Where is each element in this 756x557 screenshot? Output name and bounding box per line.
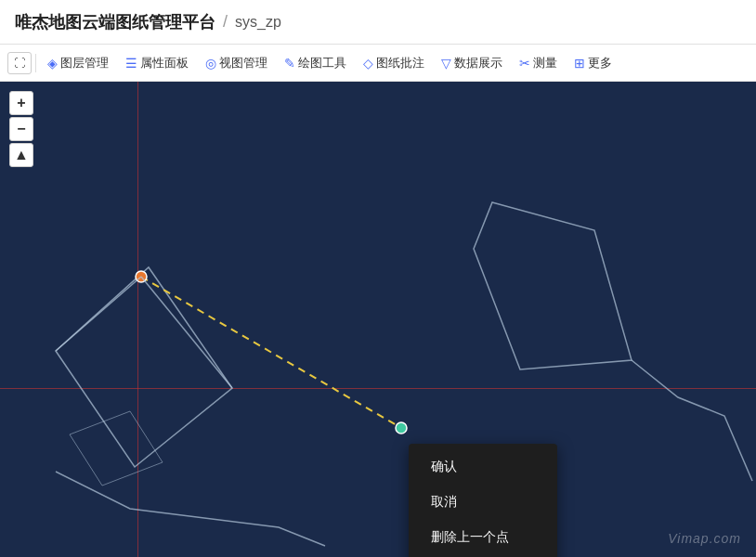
drawing-label: 绘图工具 bbox=[298, 55, 346, 71]
data-display-icon: ▽ bbox=[441, 56, 451, 71]
view-icon: ◎ bbox=[205, 56, 216, 71]
layer-icon: ◈ bbox=[47, 56, 58, 71]
layer-label: 图层管理 bbox=[60, 55, 109, 71]
toolbar: ⛶ ◈ 图层管理 ☰ 属性面板 ◎ 视图管理 ✎ 绘图工具 ◇ 图纸批注 ▽ 数… bbox=[0, 45, 756, 82]
header: 唯杰地图云端图纸管理平台 / sys_zp bbox=[0, 0, 756, 45]
drawing-icon: ✎ bbox=[284, 56, 295, 71]
view-label: 视图管理 bbox=[219, 55, 267, 71]
measure-label: 测量 bbox=[533, 55, 557, 71]
fullscreen-icon: ⛶ bbox=[14, 57, 25, 70]
properties-icon: ☰ bbox=[125, 56, 137, 71]
watermark: Vimap.com bbox=[668, 531, 741, 546]
header-separator: / bbox=[223, 12, 228, 32]
toolbar-properties-panel[interactable]: ☰ 属性面板 bbox=[118, 51, 196, 75]
data-display-label: 数据展示 bbox=[454, 55, 502, 71]
properties-label: 属性面板 bbox=[140, 55, 189, 71]
svg-line-7 bbox=[141, 277, 232, 388]
annotation-label: 图纸批注 bbox=[376, 55, 424, 71]
toolbar-separator bbox=[35, 54, 36, 72]
toolbar-layer-management[interactable]: ◈ 图层管理 bbox=[40, 51, 116, 75]
toolbar-data-display[interactable]: ▽ 数据展示 bbox=[434, 51, 510, 75]
context-menu-cancel[interactable]: 取消 bbox=[409, 485, 557, 520]
toolbar-measure[interactable]: ✂ 测量 bbox=[512, 51, 565, 75]
toolbar-drawing-tools[interactable]: ✎ 绘图工具 bbox=[277, 51, 354, 75]
toolbar-more[interactable]: ⊞ 更多 bbox=[567, 51, 619, 75]
toolbar-view-management[interactable]: ◎ 视图管理 bbox=[198, 51, 275, 75]
header-subtitle: sys_zp bbox=[235, 14, 281, 31]
svg-point-5 bbox=[396, 422, 407, 434]
svg-marker-2 bbox=[70, 411, 163, 486]
map-svg bbox=[0, 82, 756, 557]
measure-icon: ✂ bbox=[519, 56, 530, 71]
toolbar-annotation[interactable]: ◇ 图纸批注 bbox=[356, 51, 432, 75]
svg-marker-0 bbox=[56, 267, 232, 467]
more-icon: ⊞ bbox=[574, 56, 585, 71]
context-menu: 确认 取消 删除上一个点 结束测距 bbox=[409, 444, 557, 557]
app-title: 唯杰地图云端图纸管理平台 bbox=[15, 11, 215, 33]
svg-marker-1 bbox=[474, 202, 632, 369]
context-menu-confirm[interactable]: 确认 bbox=[409, 449, 557, 485]
annotation-icon: ◇ bbox=[363, 56, 373, 71]
svg-line-6 bbox=[56, 277, 141, 351]
svg-line-3 bbox=[141, 277, 401, 428]
more-label: 更多 bbox=[588, 55, 612, 71]
fullscreen-button[interactable]: ⛶ bbox=[7, 52, 32, 74]
map-container[interactable]: + − ▲ 确认 取消 删除上一个点 bbox=[0, 82, 756, 557]
context-menu-delete-point[interactable]: 删除上一个点 bbox=[409, 520, 557, 555]
